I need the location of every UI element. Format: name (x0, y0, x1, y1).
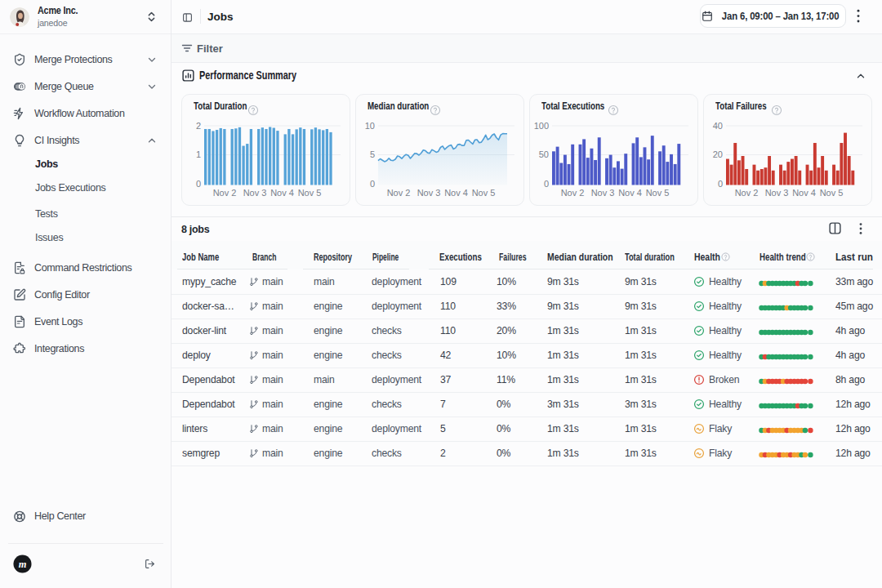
svg-text:50: 50 (539, 149, 549, 159)
svg-text:100: 100 (534, 121, 549, 131)
svg-text:Nov 4: Nov 4 (444, 188, 468, 198)
svg-text:20: 20 (713, 149, 723, 159)
svg-text:Nov 5: Nov 5 (472, 188, 496, 198)
svg-text:Nov 2: Nov 2 (213, 188, 237, 198)
svg-text:0: 0 (718, 179, 723, 189)
svg-text:2: 2 (196, 121, 201, 131)
svg-text:Nov 4: Nov 4 (270, 188, 294, 198)
svg-text:Nov 2: Nov 2 (561, 188, 585, 198)
svg-text:Nov 3: Nov 3 (417, 188, 441, 198)
svg-text:Nov 3: Nov 3 (591, 188, 615, 198)
svg-text:5: 5 (370, 149, 375, 159)
svg-text:0: 0 (370, 179, 375, 189)
svg-text:m: m (19, 559, 27, 570)
svg-text:10: 10 (365, 121, 375, 131)
svg-text:Nov 4: Nov 4 (618, 188, 642, 198)
svg-text:Nov 5: Nov 5 (820, 188, 844, 198)
svg-text:40: 40 (713, 121, 723, 131)
svg-text:Nov 2: Nov 2 (735, 188, 759, 198)
svg-text:0: 0 (196, 179, 201, 189)
svg-text:0: 0 (544, 179, 549, 189)
svg-text:Nov 3: Nov 3 (765, 188, 789, 198)
svg-text:Nov 2: Nov 2 (387, 188, 411, 198)
svg-text:Nov 3: Nov 3 (243, 188, 267, 198)
svg-text:Nov 4: Nov 4 (792, 188, 816, 198)
svg-text:1: 1 (196, 149, 201, 159)
svg-text:Nov 5: Nov 5 (646, 188, 670, 198)
svg-text:Nov 5: Nov 5 (298, 188, 322, 198)
